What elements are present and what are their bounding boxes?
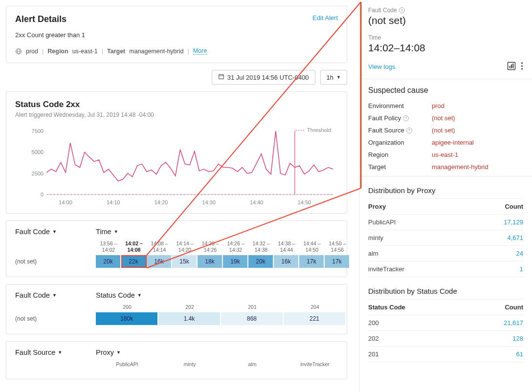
time-bucket-cell[interactable]: 20k (96, 255, 121, 268)
chart-icon[interactable] (507, 62, 516, 72)
table-row: 20161 (368, 347, 523, 362)
time-bucket-header: 14:14 –14:20 (172, 240, 198, 255)
table-row: PublicAPI17,129 (368, 215, 523, 230)
svg-point-15 (521, 65, 523, 66)
count-link[interactable]: 21,617 (504, 319, 523, 327)
time-bucket-header: 14:44 –14:50 (299, 240, 325, 255)
help-icon[interactable]: ? (406, 128, 412, 133)
suspected-cause-row: Environmentprod (368, 100, 523, 112)
time-bucket-cell[interactable]: 17k (299, 255, 325, 268)
status-chart-subtitle: Alert triggered Wednesday, Jul 31, 2019 … (15, 111, 338, 118)
time-dropdown[interactable]: Time ▼ (96, 228, 118, 236)
status-code-header: 201 (221, 304, 284, 312)
time-bucket-cell[interactable]: 17k (325, 255, 350, 268)
status-code-header: 200 (96, 304, 158, 312)
chevron-down-icon: ▼ (336, 75, 341, 80)
svg-point-16 (521, 68, 523, 69)
side-fault-code-label: Fault Code ? (368, 7, 523, 14)
time-window-select[interactable]: 1h ▼ (320, 70, 347, 85)
alert-details-title: Alert Details (15, 14, 66, 24)
view-logs-link[interactable]: View logs (368, 63, 395, 70)
svg-rect-13 (512, 64, 513, 68)
time-bucket-header: 14:50 –14:56 (325, 240, 350, 255)
x-tick: 14:20 (155, 199, 168, 205)
fault-source-dropdown[interactable]: Fault Source ▼ (15, 348, 96, 356)
chevron-down-icon: ▼ (52, 229, 57, 234)
y-tick: 2500 (25, 171, 44, 176)
status-code-cell[interactable]: 1.4k (158, 312, 221, 325)
fault-code-row-label-1: (not set) (15, 258, 96, 268)
status-code-dropdown[interactable]: Status Code ▼ (96, 291, 142, 299)
time-bucket-cell[interactable]: 16k (147, 255, 172, 268)
more-actions-icon[interactable] (521, 62, 523, 72)
status-code-cell[interactable]: 221 (284, 312, 346, 325)
dist-status-table: Status Code Count 20021,61720212820161 (368, 299, 523, 362)
fault-source-pivot-card: Fault Source ▼ Proxy ▼ PublicAPImintyalm… (6, 341, 347, 379)
count-link[interactable]: 4,671 (507, 234, 523, 241)
proxy-header: alm (221, 361, 284, 370)
edit-alert-link[interactable]: Edit Alert (312, 14, 338, 22)
status-chart: Threshold 0250050007500 14:0014:1014:201… (25, 127, 333, 205)
status-chart-card: Status Code 2xx Alert triggered Wednesda… (6, 91, 347, 214)
dist-proxy-table: Proxy Count PublicAPI17,129minty4,671alm… (368, 198, 523, 277)
suspected-cause-row: Fault Source?(not set) (368, 124, 523, 136)
status-code-header: 204 (284, 304, 346, 312)
date-range-picker[interactable]: 31 Jul 2019 14:56 UTC-0400 (212, 70, 315, 85)
globe-icon (15, 48, 22, 55)
suspected-cause-row: Targetmanagement-hybrid (368, 161, 523, 173)
count-link[interactable]: 128 (512, 335, 523, 342)
help-icon[interactable]: ? (403, 115, 409, 121)
count-link[interactable]: 61 (516, 350, 523, 358)
fault-time-pivot-card: Fault Code ▼ Time ▼ (not set) 13:56 –14:… (6, 220, 347, 277)
time-bucket-header: 14:32 –14:38 (248, 240, 274, 255)
status-code-cell[interactable]: 868 (221, 312, 284, 325)
table-row: alm24 (368, 246, 523, 261)
detail-side-panel: Fault Code ? (not set) Time 14:02–14:08 … (359, 0, 532, 392)
table-row: minty4,671 (368, 230, 523, 246)
dist-proxy-col-name: Proxy (368, 199, 469, 215)
calendar-icon (218, 73, 224, 81)
suspected-cause-title: Suspected cause (368, 86, 523, 95)
fault-code-dropdown-1[interactable]: Fault Code ▼ (15, 228, 96, 236)
y-tick: 7500 (25, 128, 44, 134)
x-tick: 14:50 (298, 199, 311, 205)
env-value: prod (26, 48, 38, 55)
dist-status-title: Distribution by Status Code (368, 287, 523, 295)
more-link[interactable]: More (193, 47, 207, 55)
help-icon[interactable]: ? (399, 7, 405, 13)
y-tick: 0 (25, 192, 44, 197)
table-row: 20021,617 (368, 315, 523, 331)
time-bucket-cell[interactable]: 15k (172, 255, 198, 268)
region-label: Region (47, 48, 68, 55)
status-code-cell[interactable]: 180k (96, 312, 158, 325)
count-link[interactable]: 17,129 (504, 218, 523, 226)
status-chart-title: Status Code 2xx (15, 100, 338, 109)
proxy-header: PublicAPI (96, 361, 158, 370)
region-value: us-east-1 (72, 48, 98, 55)
dist-status-col-count: Count (470, 300, 523, 315)
time-bucket-cell[interactable]: 20k (248, 255, 274, 268)
side-time-label: Time (368, 34, 523, 41)
chevron-down-icon: ▼ (116, 350, 121, 355)
time-bucket-cell[interactable]: 16k (274, 255, 299, 268)
count-link[interactable]: 1 (520, 265, 523, 273)
time-bucket-cell[interactable]: 22k (121, 255, 147, 268)
fault-code-row-label-2: (not set) (15, 315, 96, 325)
side-time-value: 14:02–14:08 (368, 42, 523, 54)
dist-status-col-code: Status Code (368, 300, 470, 315)
time-bucket-cell[interactable]: 19k (223, 255, 248, 268)
time-bucket-header: 14:26 –14:32 (223, 240, 248, 255)
fault-code-dropdown-2[interactable]: Fault Code ▼ (15, 291, 96, 299)
proxy-dropdown[interactable]: Proxy ▼ (96, 348, 121, 356)
x-tick: 14:40 (250, 199, 264, 205)
time-bucket-header: 14:38 –14:44 (274, 240, 299, 255)
chevron-down-icon: ▼ (114, 229, 118, 234)
target-value: management-hybrid (129, 48, 183, 55)
time-window-value: 1h (327, 74, 333, 81)
table-row: inviteTracker1 (368, 261, 523, 277)
time-bucket-cell[interactable]: 18k (198, 255, 223, 268)
x-tick: 14:30 (202, 199, 216, 205)
x-tick: 14:00 (59, 199, 72, 205)
count-link[interactable]: 24 (516, 250, 523, 257)
suspected-cause-row: Fault Policy?(not set) (368, 112, 523, 124)
